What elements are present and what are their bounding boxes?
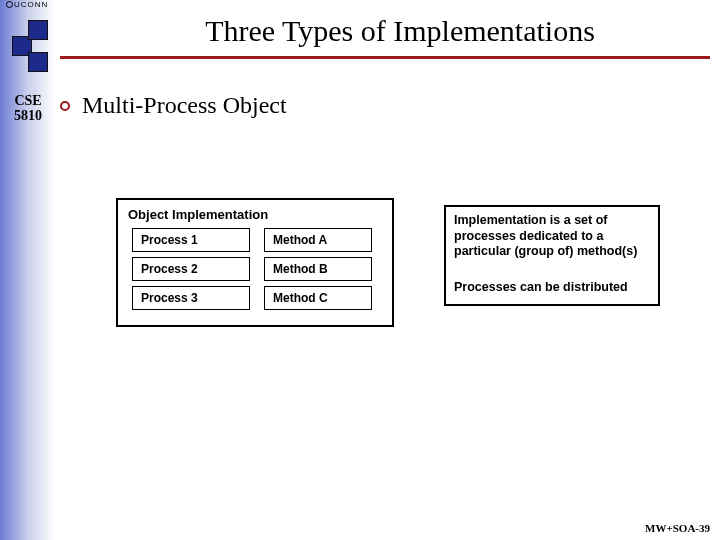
- title-divider: [60, 56, 710, 59]
- impl-row: Process 1 Method A: [132, 228, 378, 252]
- uconn-brand: UCONN: [6, 0, 48, 9]
- uconn-label: UCONN: [14, 0, 48, 9]
- bullet-label: Multi-Process Object: [82, 92, 287, 118]
- method-cell: Method B: [264, 257, 372, 281]
- object-implementation-heading: Object Implementation: [128, 207, 382, 222]
- course-num: 5810: [8, 108, 48, 123]
- process-cell: Process 2: [132, 257, 250, 281]
- uconn-logo-icon: [10, 18, 50, 76]
- page-title: Three Types of Implementations: [100, 14, 700, 48]
- process-cell: Process 1: [132, 228, 250, 252]
- course-code: CSE 5810: [8, 93, 48, 124]
- object-implementation-box: Object Implementation Process 1 Method A…: [116, 198, 394, 327]
- method-cell: Method A: [264, 228, 372, 252]
- method-cell: Method C: [264, 286, 372, 310]
- slide-footer: MW+SOA-39: [645, 522, 710, 534]
- bullet-icon: [60, 101, 70, 111]
- impl-row: Process 3 Method C: [132, 286, 378, 310]
- bullet-item: Multi-Process Object: [60, 92, 287, 119]
- description-box: Implementation is a set of processes ded…: [444, 205, 660, 306]
- course-dept: CSE: [8, 93, 48, 108]
- process-cell: Process 3: [132, 286, 250, 310]
- sidebar-gradient: [0, 0, 55, 540]
- impl-row: Process 2 Method B: [132, 257, 378, 281]
- description-p2: Processes can be distributed: [454, 280, 650, 296]
- description-p1: Implementation is a set of processes ded…: [454, 213, 650, 260]
